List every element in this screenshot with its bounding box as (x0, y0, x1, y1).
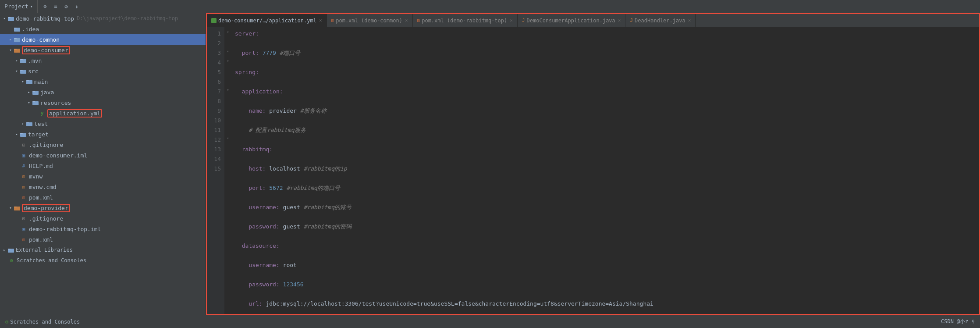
tree-item-mvnw[interactable]: m mvnw (0, 171, 206, 182)
tree-item-resources[interactable]: resources (0, 97, 206, 108)
arrow-icon (20, 121, 25, 126)
tree-item-help-md[interactable]: # HELP.md (0, 160, 206, 171)
git-file-icon-2: ⊡ (20, 216, 27, 221)
tree-item-main[interactable]: main (0, 76, 206, 87)
toolbar-icon-2[interactable]: ≡ (52, 3, 60, 11)
folder-icon (14, 27, 20, 32)
close-tab-btn-3[interactable]: ✕ (510, 18, 513, 23)
tree-item-test[interactable]: test (0, 118, 206, 129)
svg-rect-5 (14, 38, 17, 39)
arrow-icon (2, 258, 7, 263)
folder-icon (20, 69, 26, 74)
arrow-icon (14, 68, 19, 74)
tree-item-top-iml[interactable]: ▣ demo-rabbitmq-top.iml (0, 224, 206, 234)
bottom-bar-left: Scratches and Consoles (5, 319, 80, 325)
close-tab-btn-5[interactable]: ✕ (688, 18, 691, 23)
tree-item-application-yml[interactable]: y application.yml (0, 108, 206, 118)
editor-area: demo-consumer/…/application.yml ✕ m pom.… (206, 13, 980, 315)
toolbar-icon-1[interactable]: ⊕ (41, 3, 49, 11)
tab-demo-consumer-app[interactable]: J DemoConsumerApplication.java ✕ (518, 14, 626, 27)
arrow-icon (14, 163, 19, 168)
tree-label: target (28, 131, 49, 138)
tree-item-scratches[interactable]: Scratches and Consoles (0, 255, 206, 266)
tree-label: .gitignore (29, 142, 63, 148)
svg-rect-1 (8, 17, 11, 18)
scratches-item[interactable]: Scratches and Consoles (5, 319, 80, 325)
tab-label: pom.xml (demo-rabbitmq-top) (422, 18, 507, 24)
arrow-icon (8, 26, 13, 32)
toolbar-icon-3[interactable]: ⚙ (62, 3, 70, 11)
tree-label: External Libraries (16, 247, 73, 253)
folder-icon (32, 100, 39, 105)
bottom-bar: Scratches and Consoles CSDN @小z ♀ (0, 315, 980, 328)
svg-rect-9 (20, 59, 23, 60)
tab-application-yml[interactable]: demo-consumer/…/application.yml ✕ (207, 14, 327, 27)
tree-item-demo-consumer[interactable]: demo-consumer (0, 45, 206, 55)
arrow-icon (14, 195, 19, 200)
svg-rect-23 (14, 207, 17, 207)
tree-item-src[interactable]: src (0, 66, 206, 76)
svg-rect-3 (14, 28, 17, 29)
tab-pom-rabbitmq[interactable]: m pom.xml (demo-rabbitmq-top) ✕ (413, 14, 518, 27)
main-content: demo-rabbitmq-top D:\javaproject\demo-ra… (0, 13, 980, 315)
arrow-icon (14, 174, 19, 179)
yaml-file-icon: y (39, 111, 46, 116)
tree-label: demo-provider (22, 204, 70, 212)
scratch-icon (8, 258, 15, 263)
iml-file-icon-2: ▣ (20, 226, 27, 232)
arrow-icon (14, 132, 19, 137)
attribution: CSDN @小z ♀ (941, 318, 975, 325)
tree-label: demo-common (22, 36, 60, 43)
tree-item-idea[interactable]: .idea (0, 24, 206, 34)
java-tab-icon-2: J (630, 18, 633, 23)
tab-label: DemoConsumerApplication.java (527, 18, 615, 24)
folder-icon (32, 90, 39, 95)
close-tab-btn-4[interactable]: ✕ (618, 18, 621, 23)
tree-item-external-libs[interactable]: External Libraries (0, 245, 206, 255)
chevron-down-icon: ▾ (30, 4, 33, 9)
tree-label: demo-rabbitmq-top.iml (29, 226, 101, 232)
tree-item-mvn[interactable]: .mvn (0, 55, 206, 66)
toolbar-icon-4[interactable]: ↕ (73, 3, 81, 11)
folder-icon (14, 48, 20, 53)
tree-item-iml[interactable]: ▣ demo-consumer.iml (0, 150, 206, 160)
top-bar: Project ▾ ⊕ ≡ ⚙ ↕ (0, 0, 980, 13)
arrow-icon (14, 142, 19, 147)
arrow-icon (14, 58, 19, 63)
tree-label: application.yml (47, 109, 102, 118)
tree-item-pom-xml-top[interactable]: m pom.xml (0, 234, 206, 245)
tree-path: D:\javaproject\demo-rabbitmq-top (77, 15, 178, 21)
folder-icon (14, 37, 20, 42)
folder-icon (20, 132, 26, 137)
xml-tab-icon-2: m (417, 18, 420, 23)
sidebar[interactable]: demo-rabbitmq-top D:\javaproject\demo-ra… (0, 13, 206, 315)
tree-label: mvnw.cmd (29, 184, 57, 190)
top-bar-icons: ⊕ ≡ ⚙ ↕ (38, 3, 84, 11)
tab-label: DeadHandler.java (635, 18, 685, 24)
folder-icon (26, 121, 32, 126)
project-dropdown[interactable]: Project ▾ (0, 0, 38, 13)
tab-dead-handler[interactable]: J DeadHandler.java ✕ (625, 14, 696, 27)
tree-item-root[interactable]: demo-rabbitmq-top D:\javaproject\demo-ra… (0, 13, 206, 24)
folder-icon (26, 79, 32, 84)
tree-item-gitignore-provider[interactable]: ⊡ .gitignore (0, 213, 206, 224)
tree-item-mvnw-cmd[interactable]: m mvnw.cmd (0, 182, 206, 192)
tree-item-gitignore[interactable]: ⊡ .gitignore (0, 139, 206, 150)
close-tab-btn-2[interactable]: ✕ (405, 18, 408, 23)
tab-pom-common[interactable]: m pom.xml (demo-common) ✕ (327, 14, 413, 27)
tree-item-demo-provider[interactable]: demo-provider (0, 203, 206, 213)
xml-file-icon: m (20, 195, 27, 200)
arrow-icon (14, 226, 19, 232)
close-tab-btn[interactable]: ✕ (319, 18, 322, 23)
scratch-bottom-icon (5, 319, 8, 325)
tree-item-target[interactable]: target (0, 129, 206, 139)
code-content[interactable]: server: port: 7779 #端口号 spring: applicat… (231, 27, 979, 315)
tree-item-java[interactable]: java (0, 87, 206, 97)
arrow-icon (26, 89, 32, 95)
tree-item-pom-xml-consumer[interactable]: m pom.xml (0, 192, 206, 203)
tree-item-demo-common[interactable]: demo-common (0, 34, 206, 45)
yaml-tab-icon (211, 18, 217, 23)
folder-icon (14, 206, 20, 210)
arrow-icon (14, 153, 19, 158)
tree-label: HELP.md (29, 163, 53, 169)
